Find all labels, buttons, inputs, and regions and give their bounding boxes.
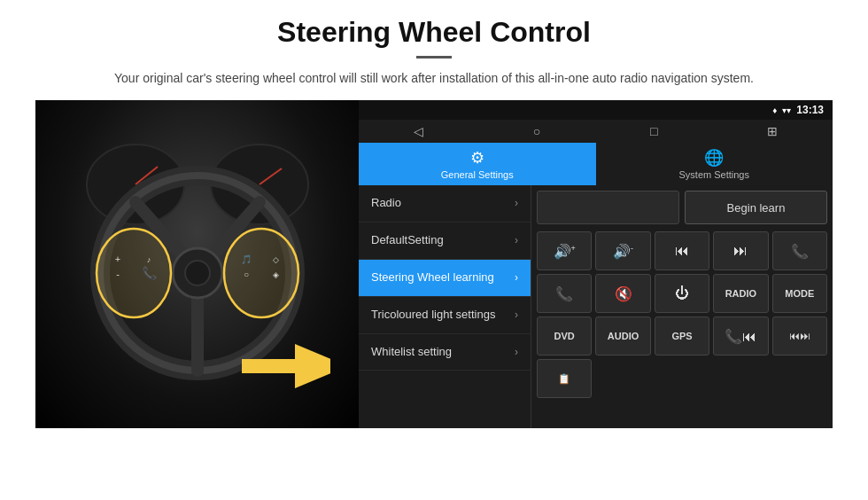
android-panel: ♦ ▾▾ 13:13 ◁ ○ □ ⊞ ⚙ General Settings 🌐 (359, 100, 833, 428)
begin-learn-label: Begin learn (727, 201, 786, 215)
audio-button[interactable]: AUDIO (595, 316, 650, 355)
steering-wheel-svg: + ♪ - 📞 🎵 ◇ ○ ◈ (65, 131, 330, 397)
menu-steering-chevron: › (515, 271, 518, 284)
radio-button[interactable]: RADIO (713, 274, 768, 313)
vol-down-button[interactable]: 🔊- (595, 231, 650, 270)
control-row-2: 📞 🔇 ⏻ RADIO MODE (537, 274, 827, 313)
menu-item-tricoloured[interactable]: Tricoloured light settings › (359, 297, 531, 334)
main-content: + ♪ - 📞 🎵 ◇ ○ ◈ ♦ ▾ (35, 100, 833, 428)
svg-text:📞: 📞 (141, 266, 157, 281)
menu-default-chevron: › (515, 234, 518, 246)
general-settings-icon: ⚙ (470, 148, 484, 168)
svg-text:○: ○ (243, 270, 248, 279)
tab-system-label: System Settings (679, 169, 749, 180)
list-icon: 📋 (558, 373, 570, 385)
gps-label: GPS (671, 331, 692, 341)
time-display: 13:13 (796, 104, 824, 116)
power-button[interactable]: ⏻ (655, 274, 709, 313)
system-settings-icon: 🌐 (704, 148, 724, 168)
phone-button[interactable]: 📞 (772, 231, 827, 270)
gps-button[interactable]: GPS (655, 316, 709, 355)
location-icon: ♦ (772, 105, 777, 115)
vol-up-button[interactable]: 🔊+ (537, 231, 592, 270)
menu-item-radio[interactable]: Radio › (359, 185, 531, 223)
mode-button[interactable]: MODE (772, 274, 827, 313)
skip-icon: ⏮⏭ (789, 330, 810, 342)
control-area: Begin learn 🔊+ 🔊- ⏮ (531, 185, 833, 428)
main-area: Radio › DefaultSetting › Steering Wheel … (359, 185, 833, 428)
control-top-row: Begin learn (537, 191, 827, 224)
skip-button[interactable]: ⏮⏭ (772, 316, 827, 355)
dvd-button[interactable]: DVD (537, 316, 592, 355)
title-divider (416, 56, 452, 59)
nav-bar: ◁ ○ □ ⊞ (359, 120, 833, 143)
tab-general-label: General Settings (441, 169, 514, 180)
next-track-button[interactable]: ⏭ (713, 231, 768, 270)
answer-button[interactable]: 📞 (537, 274, 592, 313)
steering-wheel-image: + ♪ - 📞 🎵 ◇ ○ ◈ (35, 100, 359, 428)
tab-bar: ⚙ General Settings 🌐 System Settings (359, 143, 833, 185)
menu-item-default[interactable]: DefaultSetting › (359, 223, 531, 260)
steering-input-blank (537, 191, 679, 224)
svg-point-11 (97, 229, 171, 317)
menu-whitelist-label: Whitelist setting (371, 345, 515, 360)
dvd-label: DVD (554, 331, 575, 341)
back-icon[interactable]: ◁ (414, 124, 423, 138)
svg-text:◈: ◈ (272, 270, 278, 279)
prev-track-button[interactable]: ⏮ (655, 231, 709, 270)
answer-icon: 📞 (555, 285, 573, 302)
mode-label: MODE (785, 288, 814, 299)
mute-button[interactable]: 🔇 (595, 274, 650, 313)
menu-radio-label: Radio (371, 196, 515, 211)
mute-icon: 🔇 (615, 285, 632, 302)
menu-tricoloured-label: Tricoloured light settings (371, 308, 515, 323)
menu-whitelist-chevron: › (515, 346, 518, 358)
menu-steering-label: Steering Wheel learning (371, 270, 515, 285)
tab-general-settings[interactable]: ⚙ General Settings (359, 143, 596, 185)
begin-learn-button[interactable]: Begin learn (685, 191, 827, 224)
control-row-3: DVD AUDIO GPS 📞⏮ ⏮⏭ (537, 316, 827, 355)
phone-icon: 📞 (791, 243, 809, 260)
next-track-icon: ⏭ (733, 243, 748, 259)
svg-point-10 (185, 261, 210, 285)
svg-text:◇: ◇ (272, 255, 278, 264)
recents-icon[interactable]: □ (650, 124, 657, 138)
control-row-1: 🔊+ 🔊- ⏮ ⏭ 📞 (537, 231, 827, 270)
menu-radio-chevron: › (515, 197, 518, 209)
svg-marker-21 (295, 344, 330, 388)
svg-text:♪: ♪ (146, 255, 151, 264)
menu-item-steering[interactable]: Steering Wheel learning › (359, 260, 531, 297)
phone-prev-button[interactable]: 📞⏮ (713, 316, 768, 355)
vol-down-icon: 🔊- (613, 243, 633, 260)
svg-point-12 (224, 229, 298, 317)
page-title: Steering Wheel Control (35, 16, 833, 49)
phone-prev-icon: 📞⏮ (725, 328, 756, 345)
list-button[interactable]: 📋 (537, 359, 592, 398)
menu-tricoloured-chevron: › (515, 309, 518, 321)
signal-icon: ▾▾ (782, 105, 791, 115)
svg-rect-22 (242, 359, 297, 373)
power-icon: ⏻ (675, 285, 689, 301)
svg-text:-: - (116, 269, 120, 279)
home-icon[interactable]: ○ (533, 124, 540, 138)
svg-text:🎵: 🎵 (241, 254, 252, 265)
menu-icon[interactable]: ⊞ (767, 124, 778, 138)
radio-label: RADIO (725, 288, 756, 299)
status-bar: ♦ ▾▾ 13:13 (359, 100, 833, 120)
menu-default-label: DefaultSetting (371, 233, 515, 248)
menu-list: Radio › DefaultSetting › Steering Wheel … (359, 185, 531, 428)
prev-track-icon: ⏮ (675, 243, 689, 259)
page-subtitle: Your original car's steering wheel contr… (35, 69, 833, 88)
vol-up-icon: 🔊+ (554, 243, 576, 260)
control-row-4: 📋 (537, 359, 827, 398)
tab-system-settings[interactable]: 🌐 System Settings (596, 143, 833, 185)
menu-item-whitelist[interactable]: Whitelist setting › (359, 334, 531, 371)
svg-text:+: + (114, 254, 120, 264)
audio-label: AUDIO (608, 331, 639, 341)
